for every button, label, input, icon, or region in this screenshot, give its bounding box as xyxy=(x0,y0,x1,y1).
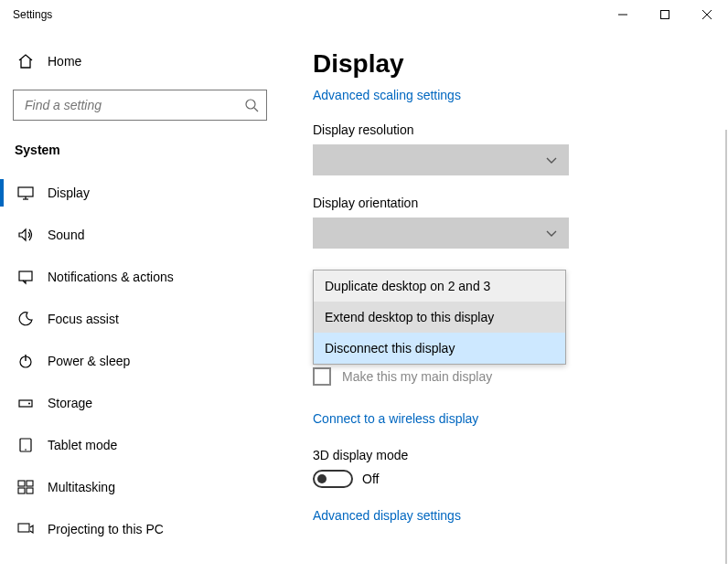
page-title: Display xyxy=(313,49,712,79)
svg-point-13 xyxy=(28,403,30,405)
content-pane: Display Advanced scaling settings Displa… xyxy=(280,29,728,573)
minimize-icon xyxy=(618,10,627,19)
search-box[interactable] xyxy=(13,90,267,121)
sidebar: Home System Display Sound Notifications … xyxy=(0,29,280,573)
svg-rect-18 xyxy=(18,488,25,493)
advanced-scaling-link[interactable]: Advanced scaling settings xyxy=(313,88,712,102)
toggle-knob xyxy=(317,474,327,483)
sidebar-item-label: Focus assist xyxy=(48,312,119,326)
svg-rect-19 xyxy=(27,488,33,493)
sidebar-section-header: System xyxy=(0,121,280,172)
window-title: Settings xyxy=(0,8,52,21)
search-icon xyxy=(244,98,259,112)
sidebar-item-label: Tablet mode xyxy=(48,438,117,452)
close-button[interactable] xyxy=(686,0,728,29)
power-icon xyxy=(16,353,35,369)
chevron-down-icon xyxy=(545,154,558,166)
svg-line-5 xyxy=(254,108,258,111)
sidebar-item-tablet-mode[interactable]: Tablet mode xyxy=(0,424,280,466)
svg-rect-6 xyxy=(18,187,33,196)
svg-point-4 xyxy=(246,100,255,109)
sidebar-item-storage[interactable]: Storage xyxy=(0,382,280,424)
orientation-combobox[interactable] xyxy=(313,218,569,249)
three-d-toggle-row: Off xyxy=(313,470,712,488)
notifications-icon xyxy=(16,269,35,285)
sidebar-nav: Display Sound Notifications & actions Fo… xyxy=(0,172,280,550)
svg-point-15 xyxy=(25,449,27,451)
projecting-icon xyxy=(16,521,35,537)
multitasking-icon xyxy=(16,479,35,495)
checkbox-icon xyxy=(313,367,331,386)
sidebar-item-label: Multitasking xyxy=(48,480,115,494)
svg-rect-1 xyxy=(661,11,669,19)
tablet-icon xyxy=(16,437,35,453)
three-d-label: 3D display mode xyxy=(313,448,712,462)
sidebar-item-notifications[interactable]: Notifications & actions xyxy=(0,256,280,298)
close-icon xyxy=(702,10,712,19)
sidebar-item-label: Power & sleep xyxy=(48,354,130,368)
titlebar: Settings xyxy=(0,0,728,29)
dropdown-option-extend[interactable]: Extend desktop to this display xyxy=(314,302,565,333)
dropdown-option-disconnect[interactable]: Disconnect this display xyxy=(314,333,565,364)
maximize-button[interactable] xyxy=(644,0,686,29)
resolution-label: Display resolution xyxy=(313,122,712,137)
layout: Home System Display Sound Notifications … xyxy=(0,29,728,573)
sidebar-item-label: Sound xyxy=(48,228,84,242)
storage-icon xyxy=(16,395,35,411)
multiple-displays-dropdown: Duplicate desktop on 2 and 3 Extend desk… xyxy=(313,270,566,365)
main-display-checkbox-label: Make this my main display xyxy=(342,369,492,384)
sidebar-item-sound[interactable]: Sound xyxy=(0,214,280,256)
home-label: Home xyxy=(48,54,81,69)
sidebar-item-label: Storage xyxy=(48,396,92,410)
sidebar-item-label: Projecting to this PC xyxy=(48,522,164,536)
focus-assist-icon xyxy=(16,311,35,327)
dropdown-option-duplicate[interactable]: Duplicate desktop on 2 and 3 xyxy=(314,271,565,302)
svg-rect-17 xyxy=(27,481,33,486)
sidebar-item-multitasking[interactable]: Multitasking xyxy=(0,466,280,508)
main-display-checkbox-row[interactable]: Make this my main display xyxy=(313,367,712,386)
advanced-display-link[interactable]: Advanced display settings xyxy=(313,508,712,523)
resolution-combobox[interactable] xyxy=(313,144,569,175)
home-nav[interactable]: Home xyxy=(0,46,280,77)
svg-rect-9 xyxy=(19,271,32,281)
toggle-state-label: Off xyxy=(362,472,379,486)
sidebar-item-focus-assist[interactable]: Focus assist xyxy=(0,298,280,340)
sidebar-item-label: Notifications & actions xyxy=(48,270,174,284)
chevron-down-icon xyxy=(545,227,558,239)
sidebar-item-display[interactable]: Display xyxy=(0,172,280,214)
three-d-toggle[interactable] xyxy=(313,470,353,488)
sidebar-item-projecting[interactable]: Projecting to this PC xyxy=(0,508,280,550)
search-input[interactable] xyxy=(23,97,244,113)
display-icon xyxy=(16,185,35,201)
svg-rect-16 xyxy=(18,481,25,486)
svg-rect-20 xyxy=(18,524,29,532)
sidebar-item-power-sleep[interactable]: Power & sleep xyxy=(0,340,280,382)
maximize-icon xyxy=(660,10,669,19)
sound-icon xyxy=(16,227,35,243)
sidebar-item-label: Display xyxy=(48,186,90,200)
minimize-button[interactable] xyxy=(602,0,644,29)
orientation-label: Display orientation xyxy=(313,196,712,210)
wireless-display-link[interactable]: Connect to a wireless display xyxy=(313,411,712,426)
home-icon xyxy=(16,53,35,69)
scrollbar[interactable] xyxy=(725,130,727,564)
